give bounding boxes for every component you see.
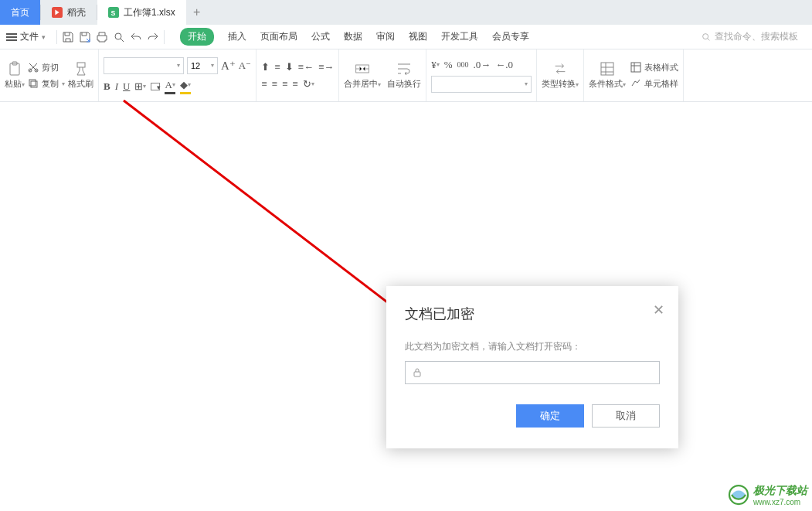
underline-icon[interactable]: U: [123, 80, 130, 93]
ribbon-toolbar: 粘贴▾ 剪切 复制▾ 格式刷 ▾ 12▾ A⁺ A⁻ B I U ⊞▾ ▾ A▾…: [0, 49, 812, 102]
comma-icon[interactable]: 000: [457, 60, 469, 69]
orientation-icon[interactable]: ↻▾: [303, 78, 314, 90]
decimal-inc-icon[interactable]: .0→: [474, 59, 491, 71]
watermark-url: www.xz7.com: [753, 498, 807, 506]
search-icon: [701, 32, 712, 43]
window-tabs: 首页 稻壳 S 工作簿1.xlsx +: [0, 0, 812, 25]
watermark-logo-icon: [727, 483, 750, 506]
tab-daoke[interactable]: 稻壳: [41, 0, 97, 25]
file-menu[interactable]: 文件: [20, 30, 39, 43]
align-middle-icon[interactable]: ≡: [274, 61, 280, 73]
ribbon-tab-member[interactable]: 会员专享: [492, 30, 529, 43]
ribbon-tab-layout[interactable]: 页面布局: [260, 30, 297, 43]
highlight-icon[interactable]: ◆▾: [180, 79, 191, 94]
fill-color-icon[interactable]: ▾: [151, 83, 160, 90]
svg-text:S: S: [111, 9, 116, 17]
ok-button[interactable]: 确定: [516, 404, 584, 428]
wrap-text-button[interactable]: 自动换行: [387, 61, 421, 90]
type-convert-button[interactable]: 类型转换▾: [542, 61, 579, 90]
tab-workbook[interactable]: S 工作簿1.xlsx: [97, 0, 186, 25]
copy-button[interactable]: 复制▾: [28, 78, 65, 90]
tab-home[interactable]: 首页: [0, 0, 40, 25]
command-search[interactable]: 查找命令、搜索模板: [701, 30, 798, 43]
close-icon[interactable]: ✕: [653, 301, 664, 319]
new-tab-button[interactable]: +: [186, 0, 208, 25]
cancel-button[interactable]: 取消: [592, 404, 660, 428]
svg-rect-10: [31, 81, 37, 87]
increase-font-icon[interactable]: A⁺: [221, 59, 236, 73]
daoke-icon: [52, 7, 63, 18]
watermark-title: 极光下载站: [753, 484, 807, 498]
indent-left-icon[interactable]: ≡←: [298, 61, 314, 73]
ribbon-tab-devtools[interactable]: 开发工具: [441, 30, 478, 43]
dialog-title: 文档已加密: [405, 305, 660, 323]
decimal-dec-icon[interactable]: ←.0: [495, 59, 513, 71]
lock-icon: [412, 367, 423, 378]
align-left-icon[interactable]: ≡: [261, 78, 267, 90]
quick-access: [62, 31, 159, 43]
conditional-format-button[interactable]: 条件格式▾: [589, 61, 626, 90]
svg-point-4: [703, 33, 708, 39]
print-icon[interactable]: [96, 31, 108, 43]
menubar: 文件 ▾ 开始 插入 页面布局 公式 数据 审阅 视图 开发工具 会员专享 查找…: [0, 25, 812, 49]
italic-icon[interactable]: I: [115, 80, 118, 93]
ribbon-tab-start[interactable]: 开始: [180, 28, 214, 46]
redo-icon[interactable]: [147, 31, 159, 43]
password-dialog: 文档已加密 ✕ 此文档为加密文档，请输入文档打开密码： 确定 取消: [386, 286, 678, 448]
decrease-font-icon[interactable]: A⁻: [239, 60, 251, 72]
cut-button[interactable]: 剪切: [28, 62, 65, 73]
number-format-combo[interactable]: ▾: [431, 76, 532, 93]
svg-rect-13: [601, 63, 613, 75]
watermark: 极光下载站 www.xz7.com: [727, 483, 807, 506]
password-field-wrapper: [405, 361, 660, 384]
bold-icon[interactable]: B: [104, 80, 110, 93]
svg-rect-9: [29, 80, 36, 86]
svg-point-3: [115, 33, 121, 39]
align-center-icon[interactable]: ≡: [272, 78, 277, 90]
ribbon-tab-data[interactable]: 数据: [344, 30, 362, 43]
format-painter-button[interactable]: 格式刷: [68, 61, 93, 90]
align-justify-icon[interactable]: ≡: [292, 78, 297, 90]
borders-icon[interactable]: ⊞▾: [134, 80, 146, 93]
cell-style-button[interactable]: 单元格样: [630, 78, 678, 90]
font-color-icon[interactable]: A▾: [165, 79, 175, 94]
currency-icon[interactable]: ¥▾: [431, 59, 440, 71]
font-size-combo[interactable]: 12▾: [187, 57, 218, 74]
svg-rect-11: [77, 63, 85, 67]
ribbon-tab-insert[interactable]: 插入: [228, 30, 246, 43]
svg-rect-14: [631, 63, 640, 72]
align-top-icon[interactable]: ⬆: [261, 61, 270, 73]
table-style-button[interactable]: 表格样式: [630, 62, 678, 73]
password-input[interactable]: [427, 367, 653, 379]
save-as-icon[interactable]: [79, 31, 91, 43]
hamburger-icon[interactable]: [6, 32, 17, 43]
undo-icon[interactable]: [130, 31, 142, 43]
merge-center-button[interactable]: 合并居中▾: [344, 61, 381, 90]
percent-icon[interactable]: %: [444, 59, 453, 71]
ribbon-tabs: 开始 插入 页面布局 公式 数据 审阅 视图 开发工具 会员专享: [180, 28, 529, 46]
ribbon-tab-view[interactable]: 视图: [409, 30, 427, 43]
dialog-message: 此文档为加密文档，请输入文档打开密码：: [405, 340, 660, 353]
paste-button[interactable]: 粘贴▾: [5, 61, 25, 90]
spreadsheet-icon: S: [108, 7, 119, 18]
align-right-icon[interactable]: ≡: [282, 78, 287, 90]
preview-icon[interactable]: [113, 31, 125, 43]
svg-rect-16: [414, 372, 420, 376]
indent-right-icon[interactable]: ≡→: [318, 61, 334, 73]
ribbon-tab-review[interactable]: 审阅: [376, 30, 395, 43]
save-icon[interactable]: [62, 31, 74, 43]
font-family-combo[interactable]: ▾: [104, 57, 184, 74]
chevron-down-icon[interactable]: ▾: [42, 33, 46, 41]
ribbon-tab-formula[interactable]: 公式: [311, 30, 330, 43]
align-bottom-icon[interactable]: ⬇: [285, 61, 294, 73]
